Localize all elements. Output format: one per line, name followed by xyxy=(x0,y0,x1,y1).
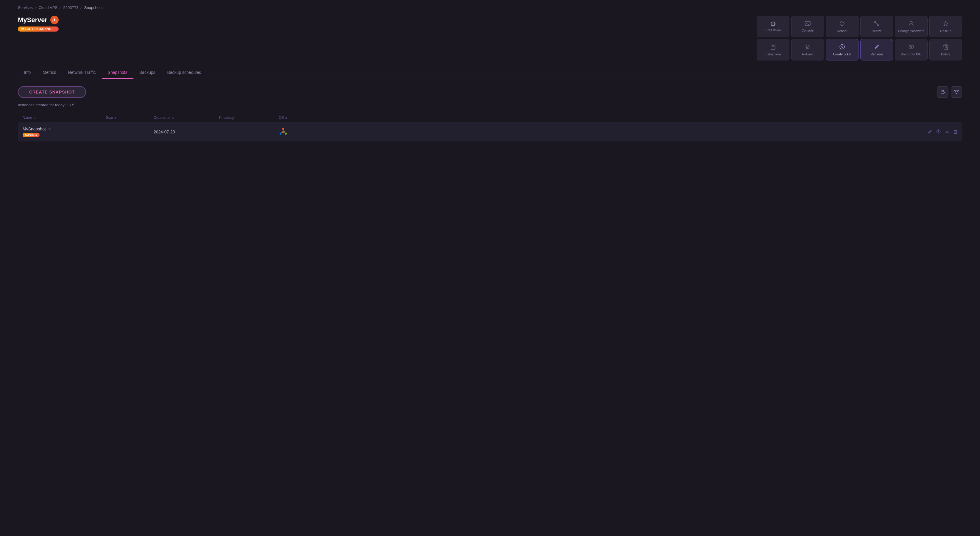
instructions-label: Instructions xyxy=(765,52,781,56)
tab-backup-schedules[interactable]: Backup schedules xyxy=(161,67,207,79)
row-delete-icon[interactable] xyxy=(953,129,958,135)
rescue-icon xyxy=(943,21,949,27)
svg-point-17 xyxy=(280,132,282,135)
snapshot-name: MySnapshot xyxy=(22,127,46,131)
create-ticket-label: Create ticket xyxy=(833,52,851,56)
change-password-label: Change password xyxy=(898,29,924,33)
col-created-at-label: Created at xyxy=(154,116,170,120)
svg-point-2 xyxy=(54,17,55,19)
action-rescue[interactable]: Rescue xyxy=(929,16,962,37)
col-os: OS ⇅ xyxy=(279,116,922,120)
create-snapshot-button[interactable]: CREATE SNAPSHOT xyxy=(18,86,86,98)
delete-icon xyxy=(943,44,948,51)
action-change-password[interactable]: Change password xyxy=(895,16,928,37)
ubuntu-os-icon xyxy=(279,127,288,137)
snapshots-header: CREATE SNAPSHOT xyxy=(18,86,962,98)
row-edit-icon[interactable] xyxy=(928,129,932,135)
col-actions-header xyxy=(922,116,958,120)
breadcrumb-sep-2: > xyxy=(59,5,62,10)
action-create-ticket[interactable]: Create ticket xyxy=(826,39,859,60)
tab-metrics[interactable]: Metrics xyxy=(37,67,62,79)
svg-point-16 xyxy=(285,132,287,135)
resize-label: Resize xyxy=(872,29,882,33)
breadcrumb-server-id[interactable]: 5203773 xyxy=(64,5,79,10)
created-at-cell: 2024-07-23 xyxy=(154,130,219,134)
instances-info: Instances created for today: 1 / 5 xyxy=(18,103,962,107)
tab-info[interactable]: Info xyxy=(18,67,37,79)
console-label: Console xyxy=(802,29,813,32)
snapshots-section: CREATE SNAPSHOT Instances created for to… xyxy=(18,86,962,142)
boot-from-iso-label: Boot from ISO xyxy=(901,52,922,56)
os-icon xyxy=(50,16,59,24)
col-os-label: OS xyxy=(279,116,284,120)
col-created-at: Created at ⇅ xyxy=(154,116,219,120)
action-boot-from-iso[interactable]: Boot from ISO xyxy=(895,39,928,60)
server-title-row: MyServer xyxy=(18,16,59,24)
action-console[interactable]: Console xyxy=(791,16,824,37)
table-header: Name ⇅ Size ⇅ Created at ⇅ Price/day OS … xyxy=(18,113,962,122)
col-price-day: Price/day xyxy=(219,116,279,120)
svg-point-4 xyxy=(52,21,53,21)
col-name-sort-icon[interactable]: ⇅ xyxy=(33,116,36,119)
reboot-icon xyxy=(839,21,845,27)
boot-from-iso-icon xyxy=(908,44,914,51)
refresh-button[interactable] xyxy=(937,86,948,98)
resize-icon xyxy=(874,21,880,27)
col-created-at-sort-icon[interactable]: ⇅ xyxy=(172,116,174,119)
server-header: MyServer IMAGE UPLOADING ⏻ Shut down xyxy=(18,16,962,60)
filter-button[interactable] xyxy=(951,86,962,98)
server-info: MyServer IMAGE UPLOADING xyxy=(18,16,59,32)
console-icon xyxy=(805,21,811,27)
col-name: Name ⇅ xyxy=(22,116,106,120)
delete-label: Delete xyxy=(941,52,951,56)
col-os-sort-icon[interactable]: ⇅ xyxy=(285,116,287,119)
server-name: MyServer xyxy=(18,16,47,24)
action-shut-down[interactable]: ⏻ Shut down xyxy=(757,16,789,37)
shut-down-label: Shut down xyxy=(765,28,781,32)
breadcrumb-sep-1: > xyxy=(35,5,37,10)
action-delete[interactable]: Delete xyxy=(929,39,962,60)
inline-edit-icon[interactable]: ✎ xyxy=(48,127,51,131)
col-size-sort-icon[interactable]: ⇅ xyxy=(114,116,116,119)
col-name-label: Name xyxy=(22,116,32,120)
reboot-label: Reboot xyxy=(837,29,847,33)
svg-point-1 xyxy=(54,19,56,21)
action-instructions[interactable]: Instructions xyxy=(757,39,789,60)
instructions-icon xyxy=(770,44,776,51)
action-rename[interactable]: Rename xyxy=(860,39,893,60)
svg-point-6 xyxy=(910,21,912,24)
rebuild-label: Rebuild xyxy=(802,52,813,56)
row-restore-icon[interactable] xyxy=(936,129,941,135)
rename-icon xyxy=(874,44,880,51)
os-icon-cell xyxy=(279,127,922,137)
tab-snapshots[interactable]: Snapshots xyxy=(102,67,134,79)
create-ticket-icon xyxy=(839,44,845,51)
svg-point-12 xyxy=(911,46,912,47)
change-password-icon xyxy=(908,21,914,27)
svg-point-8 xyxy=(840,45,845,49)
col-size-label: Size xyxy=(106,116,113,120)
breadcrumb-sep-3: > xyxy=(80,5,83,10)
snapshot-name-row: MySnapshot ✎ xyxy=(22,127,106,131)
tab-backups[interactable]: Backups xyxy=(134,67,161,79)
tab-network-traffic[interactable]: Network Traffic xyxy=(62,67,102,79)
col-size: Size ⇅ xyxy=(106,116,154,120)
breadcrumb-current: Snapshots xyxy=(84,5,102,10)
shut-down-icon: ⏻ xyxy=(770,21,776,27)
action-reboot[interactable]: Reboot xyxy=(826,16,859,37)
header-actions xyxy=(937,86,962,98)
action-rebuild[interactable]: Rebuild xyxy=(791,39,824,60)
snapshot-name-cell: MySnapshot ✎ SAVING xyxy=(22,127,106,137)
row-actions xyxy=(922,129,958,135)
col-price-day-label: Price/day xyxy=(219,116,234,120)
svg-point-9 xyxy=(842,48,842,49)
rescue-label: Rescue xyxy=(940,29,951,33)
breadcrumb-cloud-vps[interactable]: Cloud VPS xyxy=(38,5,57,10)
row-download-icon[interactable] xyxy=(945,129,949,135)
action-resize[interactable]: Resize xyxy=(860,16,893,37)
status-badge: IMAGE UPLOADING xyxy=(18,27,59,32)
actions-grid: ⏻ Shut down Console xyxy=(757,16,962,60)
svg-point-15 xyxy=(282,128,285,130)
breadcrumb-services[interactable]: Services xyxy=(18,5,33,10)
svg-point-14 xyxy=(282,130,285,133)
